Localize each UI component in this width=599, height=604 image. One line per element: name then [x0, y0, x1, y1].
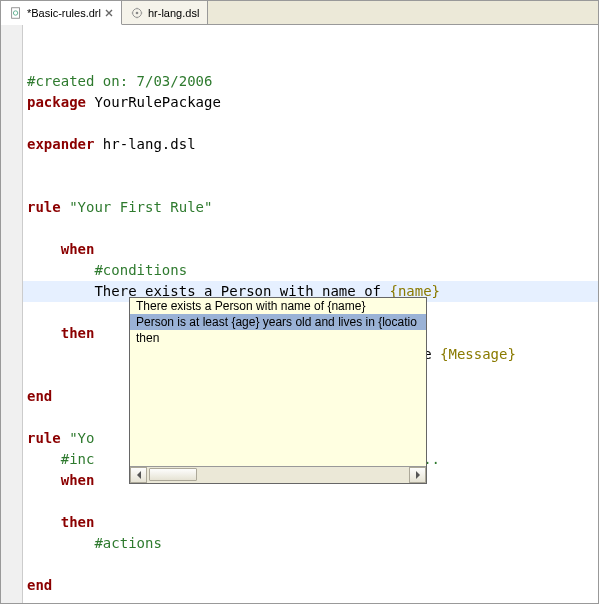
autocomplete-item[interactable]: then [130, 330, 426, 346]
svg-point-3 [136, 11, 139, 14]
keyword-end: end [27, 388, 52, 404]
autocomplete-list: There exists a Person with name of {name… [130, 298, 426, 466]
close-icon[interactable] [105, 7, 113, 19]
code-template: {Message} [440, 346, 516, 362]
tab-label: hr-lang.dsl [148, 7, 199, 19]
code-comment: #actions [94, 535, 161, 551]
scroll-left-button[interactable] [130, 467, 147, 483]
tab-bar: *Basic-rules.drl hr-lang.dsl [1, 1, 598, 25]
code-string: "Yo [61, 430, 95, 446]
code-string: "Your First Rule" [61, 199, 213, 215]
code-comment: #conditions [94, 262, 187, 278]
tab-basic-rules[interactable]: *Basic-rules.drl [1, 1, 122, 25]
keyword-then: then [61, 325, 95, 341]
keyword-when: when [61, 241, 95, 257]
code-ident: hr-lang.dsl [94, 136, 195, 152]
code-comment: #created on: 7/03/2006 [27, 73, 212, 89]
keyword-rule: rule [27, 199, 61, 215]
keyword-rule: rule [27, 430, 61, 446]
drl-file-icon [9, 6, 23, 20]
scroll-thumb[interactable] [149, 468, 197, 481]
autocomplete-item[interactable]: There exists a Person with name of {name… [130, 298, 426, 314]
autocomplete-popup: There exists a Person with name of {name… [129, 297, 427, 484]
dsl-file-icon [130, 6, 144, 20]
tab-label: *Basic-rules.drl [27, 7, 101, 19]
keyword-then: then [61, 514, 95, 530]
code-ident: YourRulePackage [86, 94, 221, 110]
autocomplete-scrollbar [130, 466, 426, 483]
scroll-track[interactable] [147, 467, 409, 483]
autocomplete-item[interactable]: Person is at least {age} years old and l… [130, 314, 426, 330]
keyword-expander: expander [27, 136, 94, 152]
keyword-package: package [27, 94, 86, 110]
scroll-right-button[interactable] [409, 467, 426, 483]
svg-rect-0 [12, 7, 20, 18]
keyword-when: when [61, 472, 95, 488]
editor-ruler [1, 25, 23, 603]
tab-hr-lang[interactable]: hr-lang.dsl [122, 1, 208, 24]
code-comment: #inc [61, 451, 95, 467]
keyword-end: end [27, 577, 52, 593]
